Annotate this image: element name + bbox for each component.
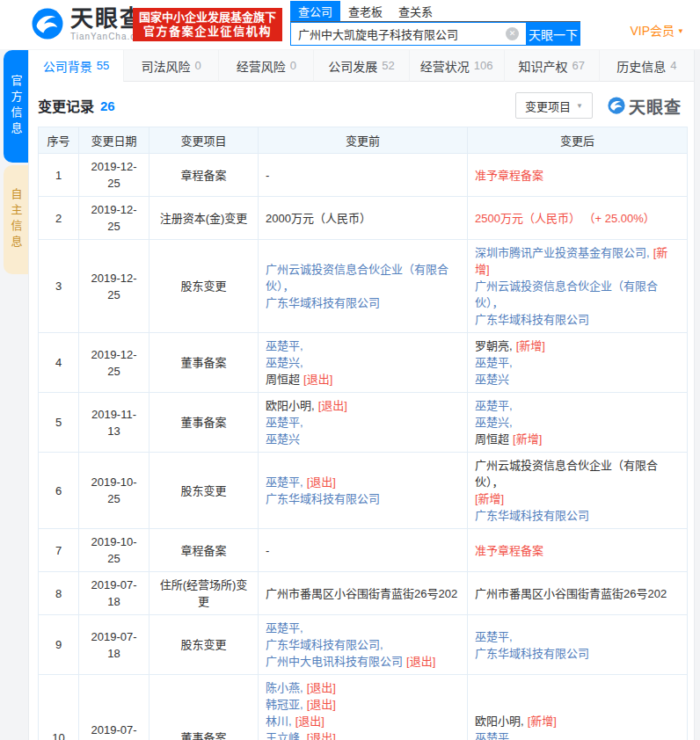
company-search-input[interactable]: [290, 22, 526, 46]
entity-link[interactable]: 广东华域科技有限公司: [266, 492, 380, 505]
before-change-cell: 2000万元（人民币）: [259, 197, 468, 240]
entity-link[interactable]: 广东华域科技有限公司,: [266, 638, 383, 651]
row-number-cell: 6: [39, 453, 79, 529]
change-line: 王立峰,[退出]: [266, 729, 460, 740]
nav-tab-count: 55: [97, 59, 109, 72]
nav-tab-count: 67: [572, 59, 585, 72]
entity-link[interactable]: 巫楚兴: [266, 432, 300, 446]
change-line: 巫楚平,: [475, 729, 680, 740]
change-status-tag: [新增]: [513, 432, 542, 446]
entity-link[interactable]: 巫楚平,: [475, 356, 513, 369]
entity-link[interactable]: 巫楚兴,: [266, 356, 303, 369]
entity-link[interactable]: 韩冠亚,: [266, 698, 303, 711]
change-line: 韩冠亚,[退出]: [266, 696, 460, 713]
side-tab-official-info[interactable]: 官方信息: [4, 50, 28, 163]
change-line: 巫楚兴: [266, 431, 460, 447]
nav-tab-count: 106: [474, 59, 493, 72]
change-status-tag: 准予章程备案: [475, 169, 543, 182]
row-number-cell: 5: [39, 393, 79, 453]
entity-link[interactable]: 巫楚平,: [266, 416, 303, 429]
entity-text: 广州市番禺区小谷围街青蓝街26号202: [266, 587, 457, 600]
change-item-cell: 股东变更: [149, 240, 259, 333]
tab-history-info[interactable]: 历史信息4: [599, 50, 694, 82]
watermark-logo-icon: [607, 96, 626, 115]
change-line: 巫楚平,: [266, 414, 460, 431]
table-column-header: 变更前: [259, 127, 468, 154]
tab-operation-status[interactable]: 经营状况106: [409, 50, 504, 82]
change-line: 深圳市腾讯产业投资基金有限公司,[新增]: [475, 244, 680, 278]
entity-link[interactable]: 广东华域科技有限公司: [475, 313, 589, 326]
entity-link[interactable]: 巫楚平,: [266, 339, 303, 352]
table-row: 52019-11-13董事备案欧阳小明,[退出]巫楚平,巫楚兴巫楚平,巫楚兴,周…: [39, 393, 688, 453]
tab-judicial-risk[interactable]: 司法风险0: [123, 50, 218, 82]
vip-member-menu[interactable]: VIP会员▼: [631, 21, 685, 39]
entity-link[interactable]: 广州云诚投资信息合伙企业（有限合伙），: [475, 279, 658, 309]
change-line: 巫楚兴,: [475, 414, 680, 431]
tab-company-development[interactable]: 公司发展52: [313, 50, 408, 82]
change-line: 巫楚平,: [475, 397, 680, 414]
change-date-cell: 2019-12-25: [79, 333, 149, 393]
entity-link[interactable]: 巫楚平,: [266, 475, 303, 489]
nav-tab-label: 公司背景: [43, 57, 92, 75]
tab-operation-risk[interactable]: 经营风险0: [218, 50, 313, 82]
change-status-tag: [新增]: [516, 339, 545, 352]
change-item-cell: 董事备案: [149, 333, 259, 393]
entity-text: 欧阳小明,: [475, 715, 524, 728]
official-credit-badge: 国家中小企业发展基金旗下 官方备案企业征信机构: [133, 8, 282, 41]
entity-link[interactable]: 巫楚平,: [475, 731, 513, 740]
side-tab-self-info[interactable]: 自主信息: [4, 165, 28, 274]
entity-link[interactable]: 巫楚平,: [475, 399, 513, 412]
search-tab-company[interactable]: 查公司: [290, 1, 340, 21]
side-info-tabs: 官方信息自主信息: [4, 50, 28, 277]
change-line: 罗朝亮,[新增]: [475, 337, 680, 354]
clear-search-icon[interactable]: ✕: [506, 27, 519, 40]
change-line: 广州云诚投资信息合伙企业（有限合伙），: [475, 278, 680, 311]
search-tab-boss[interactable]: 查老板: [340, 1, 390, 21]
tianyancha-watermark: 天眼查: [607, 94, 682, 118]
row-number-cell: 9: [39, 615, 79, 675]
change-item-cell: 股东变更: [149, 453, 259, 529]
table-row: 82019-07-18住所(经营场所)变更广州市番禺区小谷围街青蓝街26号202…: [39, 572, 688, 615]
change-item-filter-dropdown[interactable]: 变更项目 ▼: [515, 92, 593, 119]
change-line: -: [266, 542, 460, 559]
change-line: 巫楚平,: [475, 628, 680, 645]
nav-tab-count: 0: [290, 59, 296, 72]
search-type-tabs: 查公司查老板查关系: [290, 4, 580, 22]
entity-link[interactable]: 巫楚兴: [475, 373, 509, 386]
before-change-cell: 巫楚平,巫楚兴,周恒超[退出]: [259, 333, 468, 393]
search-button[interactable]: 天眼一下: [526, 22, 580, 46]
entity-link[interactable]: 广东华域科技有限公司: [475, 509, 589, 522]
entity-link[interactable]: 陈小燕,: [266, 681, 303, 694]
entity-text: -: [266, 169, 269, 182]
nav-tab-label: 公司发展: [328, 57, 377, 75]
entity-link[interactable]: 广东华域科技有限公司: [475, 647, 589, 660]
entity-link[interactable]: 林川,: [266, 715, 292, 728]
tab-intellectual-property[interactable]: 知识产权67: [504, 50, 599, 82]
after-change-cell: 巫楚平,广东华域科技有限公司: [468, 615, 688, 675]
after-change-cell: 巫楚平,巫楚兴,周恒超[新增]: [468, 393, 688, 453]
entity-link[interactable]: 巫楚平,: [475, 630, 513, 643]
change-line: 周恒超[新增]: [475, 431, 680, 447]
change-status-tag: [退出]: [307, 681, 336, 694]
change-date-cell: 2019-11-13: [79, 393, 149, 453]
before-change-cell: 广州云诚投资信息合伙企业（有限合伙），广东华域科技有限公司: [259, 240, 468, 333]
tab-company-background[interactable]: 公司背景55: [29, 50, 123, 82]
table-row: 32019-12-25股东变更广州云诚投资信息合伙企业（有限合伙），广东华域科技…: [39, 240, 688, 333]
search-tab-relation[interactable]: 查关系: [390, 1, 441, 21]
entity-link[interactable]: 王立峰,: [266, 731, 303, 740]
entity-link[interactable]: 巫楚平,: [266, 621, 303, 635]
entity-link[interactable]: 广州中大电讯科技有限公司: [266, 655, 403, 668]
entity-link[interactable]: 深圳市腾讯产业投资基金有限公司,: [475, 246, 650, 259]
change-date-cell: 2019-12-25: [79, 197, 149, 240]
entity-link[interactable]: 广州云诚投资信息合伙企业（有限合伙），: [266, 263, 448, 293]
change-line: 巫楚平,: [475, 354, 680, 371]
entity-link[interactable]: 巫楚兴,: [475, 416, 513, 429]
entity-link[interactable]: 广东华域科技有限公司: [266, 296, 380, 309]
change-line: 广东华域科技有限公司: [266, 294, 460, 311]
table-row: 22019-12-25注册资本(金)变更2000万元（人民币）2500万元（人民…: [39, 197, 688, 240]
badge-line-2: 官方备案企业征信机构: [139, 25, 276, 39]
table-header-row: 序号变更日期变更项目变更前变更后: [39, 127, 688, 154]
entity-text: 2000万元（人民币）: [266, 212, 371, 225]
tianyancha-logo[interactable]: 天眼查 TianYanCha.com: [30, 6, 149, 41]
change-status-tag: [退出]: [318, 399, 347, 412]
